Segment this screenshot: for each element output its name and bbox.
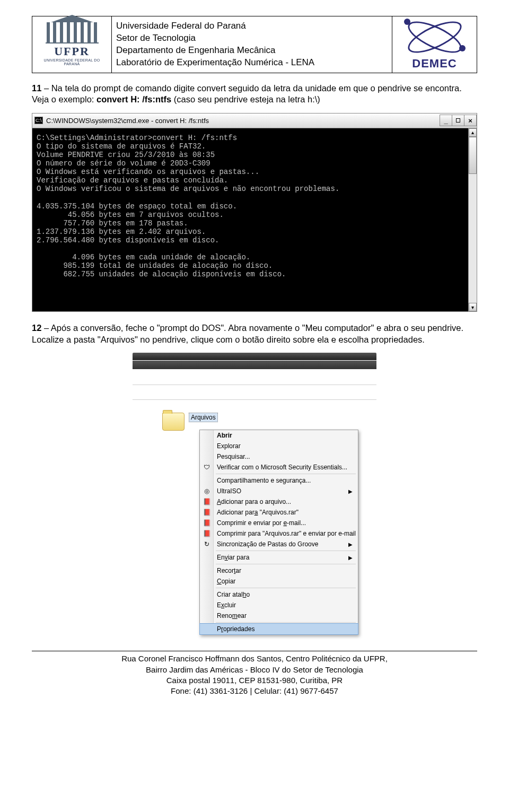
minimize-button[interactable]: _ <box>440 115 452 126</box>
context-menu-item-label: Enviar para <box>217 554 249 561</box>
demec-logo-text: DEMEC <box>397 57 472 71</box>
context-menu-item-icon: ↻ <box>203 540 211 548</box>
context-menu-item[interactable]: ◎UltraISO▶ <box>200 486 358 496</box>
context-menu-separator <box>216 551 356 551</box>
cmd-title-text: C:\WINDOWS\system32\cmd.exe - convert H:… <box>46 117 209 125</box>
context-menu-item-label: UltraISO <box>217 487 241 495</box>
header-line: Setor de Tecnologia <box>116 32 388 45</box>
ufpr-logo-sub: UNIVERSIDADE FEDERAL DO PARANÁ <box>38 58 107 66</box>
context-menu: AbrirExplorarPesquisar...🛡Verificar com … <box>199 430 358 635</box>
folder-icon[interactable] <box>162 413 185 431</box>
document-header: UFPR UNIVERSIDADE FEDERAL DO PARANÁ Univ… <box>32 16 477 73</box>
footer-line: Bairro Jardim das Américas - Bloco IV do… <box>32 665 477 675</box>
ufpr-logo-text: UFPR <box>38 45 107 58</box>
context-menu-item[interactable]: 📕Adicionar para o arquivo... <box>200 496 358 507</box>
paragraph-number: 12 <box>32 323 41 333</box>
submenu-arrow-icon: ▶ <box>348 542 353 547</box>
submenu-arrow-icon: ▶ <box>348 555 353 561</box>
context-menu-item-label: Abrir <box>217 432 232 439</box>
context-menu-item-icon: 📕 <box>203 519 211 527</box>
context-menu-item-label: Verificar com o Microsoft Security Essen… <box>217 464 347 471</box>
context-menu-item-label: Copiar <box>217 578 235 585</box>
context-menu-item-icon: 📕 <box>203 508 211 517</box>
context-menu-item-label: Criar atalho <box>217 591 250 598</box>
context-menu-item-label: Excluir <box>217 601 236 609</box>
window-titlebar-strip <box>133 353 376 360</box>
context-menu-item[interactable]: Enviar para▶ <box>200 552 358 563</box>
cmd-scrollbar[interactable]: ▴ ▾ <box>468 128 477 312</box>
context-menu-item-label: Comprimir para "Arquivos.rar" e enviar p… <box>217 530 356 537</box>
context-menu-separator <box>216 588 356 588</box>
context-menu-separator <box>216 474 356 474</box>
command-text: convert H: /fs:ntfs <box>96 94 171 104</box>
context-menu-item[interactable]: Excluir <box>200 600 358 610</box>
paragraph-number: 11 <box>32 83 41 93</box>
context-menu-item-icon: 📕 <box>203 529 211 538</box>
context-menu-item[interactable]: Recortar <box>200 565 358 576</box>
context-menu-item[interactable]: ↻Sincronização de Pastas do Groove▶ <box>200 539 358 549</box>
cmd-icon: C:\ <box>34 117 43 124</box>
context-menu-item-icon: 🛡 <box>203 463 211 472</box>
paragraph-12: 12 – Após a conversão, feche o "prompt d… <box>32 322 477 345</box>
cmd-output: C:\Settings\Administrator>convert H: /fs… <box>33 129 467 311</box>
context-menu-item-label: Renomear <box>217 612 247 619</box>
context-menu-item-label: Sincronização de Pastas do Groove <box>217 540 318 548</box>
context-menu-item[interactable]: Propriedades <box>200 624 358 634</box>
ufpr-logo-cell: UFPR UNIVERSIDADE FEDERAL DO PARANÁ <box>32 16 112 73</box>
context-menu-item-label: Adicionar para "Arquivos.rar" <box>217 509 299 516</box>
context-menu-item-label: Comprimir e enviar por e-mail... <box>217 519 306 527</box>
header-line: Departamento de Engenharia Mecânica <box>116 45 388 57</box>
close-button[interactable]: × <box>464 115 477 126</box>
context-menu-item[interactable]: 🛡Verificar com o Microsoft Security Esse… <box>200 462 358 473</box>
window-toolbar-strip <box>133 361 376 369</box>
footer-line: Caixa postal 19011, CEP 81531-980, Curit… <box>32 675 477 686</box>
context-menu-item-label: Compartilhamento e segurança... <box>217 477 311 484</box>
submenu-arrow-icon: ▶ <box>348 488 353 494</box>
header-line: Laboratório de Experimentação Numérica -… <box>116 57 388 69</box>
header-line: Universidade Federal do Paraná <box>116 20 388 32</box>
context-menu-item[interactable]: Renomear <box>200 610 358 621</box>
header-institution-text: Universidade Federal do Paraná Setor de … <box>112 16 392 73</box>
footer-address: Rua Coronel Francisco Hoffmann dos Santo… <box>32 653 477 696</box>
context-menu-item[interactable]: 📕Adicionar para "Arquivos.rar" <box>200 507 358 518</box>
maximize-button[interactable] <box>452 115 464 126</box>
context-menu-item[interactable]: Copiar <box>200 576 358 587</box>
context-menu-item[interactable]: 📕Comprimir e enviar por e-mail... <box>200 518 358 528</box>
cmd-titlebar: C:\ C:\WINDOWS\system32\cmd.exe - conver… <box>32 113 477 128</box>
scroll-thumb[interactable] <box>469 137 477 174</box>
context-menu-item-label: Pesquisar... <box>217 453 250 460</box>
context-menu-item-icon: 📕 <box>203 497 211 506</box>
context-menu-item[interactable]: Compartilhamento e segurança... <box>200 475 358 486</box>
context-menu-item[interactable]: Abrir <box>200 430 358 441</box>
context-menu-item-label: Explorar <box>217 442 241 450</box>
explorer-figure: Arquivos AbrirExplorarPesquisar...🛡Verif… <box>133 353 376 635</box>
folder-name-label[interactable]: Arquivos <box>189 413 218 422</box>
cmd-window: C:\ C:\WINDOWS\system32\cmd.exe - conver… <box>32 113 477 312</box>
context-menu-separator <box>216 622 356 623</box>
scroll-up-icon[interactable]: ▴ <box>469 128 477 137</box>
footer-separator <box>32 651 477 651</box>
footer-line: Rua Coronel Francisco Hoffmann dos Santo… <box>32 653 477 664</box>
demec-logo-cell: DEMEC <box>392 16 477 73</box>
context-menu-item-icon: ◎ <box>203 487 211 495</box>
paragraph-11: 11 – Na tela do prompt de comando digite… <box>32 83 477 106</box>
context-menu-item-label: Propriedades <box>217 625 254 633</box>
context-menu-item-label: Recortar <box>217 567 241 574</box>
context-menu-item[interactable]: Explorar <box>200 441 358 451</box>
context-menu-separator <box>216 564 356 564</box>
scroll-down-icon[interactable]: ▾ <box>469 303 477 311</box>
footer-line: Fone: (41) 3361-3126 | Celular: (41) 967… <box>32 686 477 696</box>
context-menu-item-label: Adicionar para o arquivo... <box>217 498 291 505</box>
context-menu-item[interactable]: Criar atalho <box>200 589 358 600</box>
context-menu-item[interactable]: 📕Comprimir para "Arquivos.rar" e enviar … <box>200 528 358 539</box>
context-menu-item[interactable]: Pesquisar... <box>200 451 358 462</box>
